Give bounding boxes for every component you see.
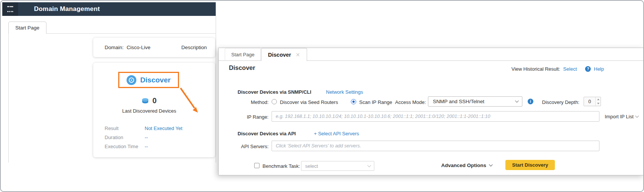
domain-summary-card: Domain: Cisco-Live Description — [93, 38, 215, 57]
radio-scan-ip-range[interactable] — [351, 99, 356, 104]
discover-dialog: Start Page Discover ✕ Discover View Hist… — [218, 48, 644, 175]
historical-select-link[interactable]: Select — [563, 66, 577, 72]
page-title: Discover — [229, 64, 255, 71]
discovery-depth-stepper[interactable]: 0 — [584, 97, 601, 106]
ip-range-input[interactable] — [272, 111, 599, 122]
advanced-options-label: Advanced Options — [441, 163, 486, 168]
start-discovery-button[interactable]: Start Discovery — [505, 160, 555, 170]
info-icon[interactable]: i — [528, 99, 533, 104]
stat-value: -- — [145, 135, 148, 141]
help-link[interactable]: Help — [594, 66, 604, 72]
import-ip-list-dropdown[interactable]: Import IP List — [605, 114, 638, 119]
import-ip-list-label: Import IP List — [605, 114, 633, 119]
help-icon[interactable]: ? — [585, 66, 591, 72]
chevron-down-icon — [635, 114, 639, 118]
stat-row-execution-time: Execution Time -- — [105, 144, 207, 150]
access-mode-dropdown[interactable]: SNMP and SSH/Telnet — [428, 96, 522, 107]
network-settings-link[interactable]: Network Settings — [326, 89, 363, 95]
title-bar: Domain Management — [2, 2, 216, 16]
domain-management-window: Domain Management Start Page Domain: Cis… — [2, 2, 216, 163]
stat-row-duration: Duration -- — [105, 135, 207, 141]
radio-label-scan-ip-range[interactable]: Scan IP Range — [359, 99, 392, 105]
method-label: Method: — [219, 99, 269, 105]
historical-result-label: View Historical Result: — [511, 66, 560, 72]
benchmark-task-select[interactable]: select — [301, 161, 374, 171]
snmp-section-title: Discover Devices via SNMP/CLI — [238, 89, 311, 95]
benchmark-task-select-value: select — [305, 163, 318, 169]
close-icon[interactable]: ✕ — [296, 52, 300, 58]
radio-discover-via-seed-routers[interactable] — [272, 99, 277, 104]
screen: Domain Management Start Page Domain: Cis… — [0, 0, 644, 192]
stat-value: -- — [145, 144, 148, 150]
spinner-down-icon[interactable] — [596, 102, 601, 106]
ip-range-label: IP Range: — [219, 114, 269, 120]
window-title: Domain Management — [34, 5, 100, 13]
domain-value: Cisco-Live — [127, 45, 150, 50]
chevron-down-icon — [515, 99, 519, 103]
domain-label: Domain: — [105, 45, 124, 50]
tab-discover-label: Discover — [268, 52, 291, 58]
access-mode-value: SNMP and SSH/Telnet — [433, 99, 484, 104]
advanced-options-toggle[interactable]: Advanced Options — [441, 163, 492, 168]
app-grid-button[interactable] — [2, 2, 18, 16]
access-mode-label: Access Mode: — [395, 99, 426, 105]
devices-db-icon — [142, 98, 149, 104]
api-servers-label: API Servers: — [219, 144, 269, 149]
stat-label: Result — [105, 125, 145, 132]
stat-value: Not Executed Yet — [145, 125, 182, 132]
stat-row-result: Result Not Executed Yet — [105, 125, 207, 132]
description-label: Description — [181, 38, 207, 57]
discovery-depth-label: Discovery Depth: — [542, 99, 579, 105]
dialog-tab-strip: Start Page Discover ✕ — [219, 48, 644, 61]
discover-card: Discover 0 Last Discovered Devices Resul… — [93, 63, 215, 157]
benchmark-task-label: Benchmark Task: — [263, 163, 300, 169]
discover-button[interactable]: Discover — [118, 72, 179, 88]
discover-button-label: Discover — [140, 76, 170, 84]
select-api-servers-link[interactable]: + Select API Servers — [314, 131, 359, 136]
radio-label-seed-routers[interactable]: Discover via Seed Routers — [280, 99, 338, 105]
api-section-title: Discover Devices via API — [238, 131, 296, 136]
api-servers-input[interactable] — [272, 141, 599, 151]
benchmark-task-checkbox[interactable] — [254, 163, 259, 168]
stat-label: Duration — [105, 135, 145, 141]
tab-discover[interactable]: Discover ✕ — [261, 48, 307, 61]
app-grid-icon — [7, 6, 13, 12]
discovery-depth-value: 0 — [584, 97, 595, 106]
chevron-down-icon — [489, 163, 493, 167]
device-count: 0 — [152, 96, 156, 105]
device-count-caption: Last Discovered Devices — [93, 108, 205, 114]
chevron-down-icon — [368, 164, 371, 167]
tab-start-page[interactable]: Start Page — [225, 48, 261, 61]
discover-target-icon — [127, 75, 136, 85]
tab-start-page-bg[interactable]: Start Page — [8, 22, 46, 34]
stat-label: Execution Time — [105, 144, 145, 150]
spinner-up-icon[interactable] — [596, 97, 601, 102]
